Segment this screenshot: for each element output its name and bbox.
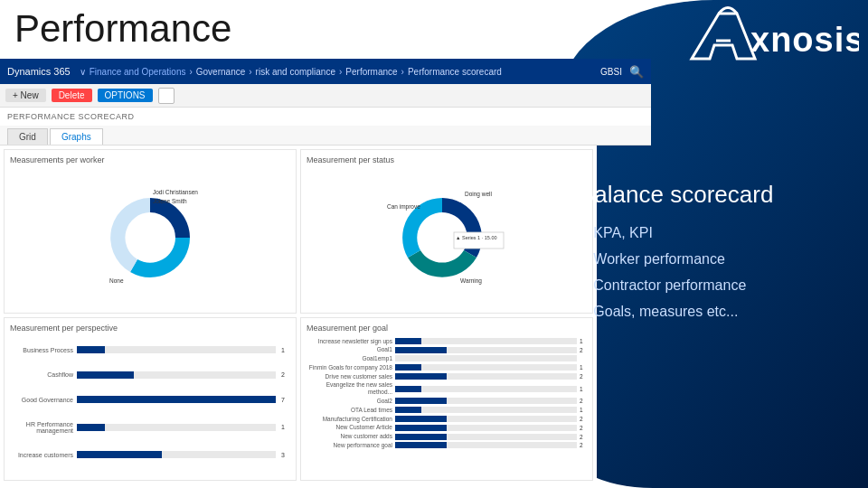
goal-row-0: Increase newsletter sign ups 1 xyxy=(307,338,587,345)
svg-text:Warning: Warning xyxy=(460,277,482,285)
toolbar: + New Delete OPTIONS xyxy=(0,84,651,108)
bar-label-cashflow: Cashflow xyxy=(10,371,73,378)
bar-fill-customers xyxy=(77,451,162,458)
bar-fill-hr xyxy=(77,424,105,431)
goal-row-7: OTA Lead times 1 xyxy=(307,407,587,414)
svg-point-3 xyxy=(130,218,170,258)
goal-row-4: Drive new customer sales 2 xyxy=(307,373,587,380)
bar-track-governance xyxy=(77,396,276,403)
chart-per-status: Measurement per status Doing well Can im… xyxy=(300,149,593,314)
nav-user: GBSI xyxy=(600,67,622,77)
svg-text:▲ Series 1 · 15.00: ▲ Series 1 · 15.00 xyxy=(456,235,497,240)
bar-label-customers: Increase customers xyxy=(10,452,73,458)
bar-fill-governance xyxy=(77,396,276,403)
new-button[interactable]: + New xyxy=(5,89,46,102)
chart-per-worker-title: Measurements per worker xyxy=(10,155,290,164)
svg-text:xnosis: xnosis xyxy=(750,21,859,59)
bullet-kpa: KPA, KPI xyxy=(579,223,850,242)
page-header: PERFORMANCE SCORECARD xyxy=(0,108,651,126)
bar-value-hr: 1 xyxy=(281,424,290,430)
svg-text:Doing well: Doing well xyxy=(465,191,493,198)
bar-fill-cashflow xyxy=(77,371,134,379)
page-title: Performance xyxy=(0,0,246,58)
tabs-bar: Grid Graphs xyxy=(0,126,651,145)
delete-button[interactable]: Delete xyxy=(52,89,92,102)
charts-area: Measurements per worker Jodi Christianse… xyxy=(0,145,597,484)
nav-brand: Dynamics 365 xyxy=(7,66,71,77)
goal-row-10: New customer adds 2 xyxy=(307,433,587,440)
goal-row-9: New Customer Article 2 xyxy=(307,424,587,431)
chart-per-goal: Measurement per goal Increase newsletter… xyxy=(300,317,593,482)
axnosis-logo: xnosis xyxy=(678,5,859,77)
goal-row-5: Evangelize the new sales method... 1 xyxy=(307,381,587,396)
bar-value-cashflow: 2 xyxy=(281,371,290,378)
donut-status-svg: Doing well Can improve Warning ▲ Series … xyxy=(383,185,510,285)
bar-fill-business xyxy=(77,346,105,353)
svg-marker-0 xyxy=(692,14,755,59)
chart-per-perspective: Measurement per perspective Business Pro… xyxy=(4,317,297,482)
options-button[interactable]: OPTIONS xyxy=(98,89,153,102)
nav-bar: Dynamics 365 ∨ Finance and Operations › … xyxy=(0,59,651,84)
bar-value-business: 1 xyxy=(281,347,290,353)
chart-per-perspective-title: Measurement per perspective xyxy=(10,324,290,333)
nav-performance[interactable]: Performance xyxy=(345,67,397,77)
scorecard-bullets: KPA, KPI Worker performance Contractor p… xyxy=(579,223,850,321)
toolbar-search[interactable] xyxy=(158,88,175,104)
bar-track-business xyxy=(77,346,276,353)
goal-row-1: Goal1 2 xyxy=(307,346,587,353)
tab-graphs[interactable]: Graphs xyxy=(50,128,103,145)
nav-scorecard[interactable]: Performance scorecard xyxy=(408,67,502,77)
donut-per-worker: Jodi Christiansen Jolene Smith None xyxy=(10,168,290,302)
goal-row-8: Manufacturing Certification 2 xyxy=(307,416,587,423)
tab-grid[interactable]: Grid xyxy=(7,128,48,145)
donut-worker-svg: Jodi Christiansen Jolene Smith None xyxy=(91,185,209,285)
bar-label-governance: Good Governance xyxy=(10,397,73,403)
bar-label-business: Business Process xyxy=(10,347,73,353)
goal-row-11: New performance goal 2 xyxy=(307,442,587,449)
bar-track-customers xyxy=(77,451,276,458)
bar-row-customers: Increase customers 3 xyxy=(10,451,290,458)
goal-row-2: Goal1emp1 xyxy=(307,355,587,362)
bar-track-hr xyxy=(77,424,276,431)
donut-per-status: Doing well Can improve Warning ▲ Series … xyxy=(307,168,587,302)
goal-row-3: Finmin Goals for company 2018 1 xyxy=(307,364,587,371)
bar-chart-perspective: Business Process 1 Cashflow 2 Good Gover… xyxy=(10,336,290,470)
bar-row-business: Business Process 1 xyxy=(10,346,290,353)
bar-row-cashflow: Cashflow 2 xyxy=(10,371,290,379)
goal-row-6: Goal2 2 xyxy=(307,398,587,405)
nav-risk[interactable]: risk and compliance xyxy=(256,67,335,77)
bar-value-governance: 7 xyxy=(281,397,290,403)
bullet-worker: Worker performance xyxy=(579,249,850,268)
logo-area: xnosis xyxy=(678,5,859,77)
bar-label-hr: HR Performance management xyxy=(10,421,73,434)
nav-governance[interactable]: Governance xyxy=(196,67,245,77)
nav-finance[interactable]: Finance and Operations xyxy=(90,67,186,77)
chart-per-goal-title: Measurement per goal xyxy=(307,324,587,333)
svg-text:Jodi Christiansen: Jodi Christiansen xyxy=(153,189,198,195)
bar-row-governance: Good Governance 7 xyxy=(10,396,290,403)
svg-text:None: None xyxy=(109,277,124,284)
balance-scorecard-title: Balance scorecard xyxy=(579,181,850,209)
balance-scorecard-panel: Balance scorecard KPA, KPI Worker perfor… xyxy=(579,181,850,328)
chart-per-status-title: Measurement per status xyxy=(307,155,587,164)
nav-search-icon[interactable]: 🔍 xyxy=(629,65,644,79)
chart-per-worker: Measurements per worker Jodi Christianse… xyxy=(4,149,297,314)
page-section-label: PERFORMANCE SCORECARD xyxy=(7,112,135,121)
bullet-contractor: Contractor performance xyxy=(579,276,850,295)
bar-value-customers: 3 xyxy=(281,452,290,458)
bar-row-hr: HR Performance management 1 xyxy=(10,421,290,434)
bar-track-cashflow xyxy=(77,371,276,379)
bullet-goals: Goals, measures etc... xyxy=(579,302,850,321)
svg-text:Jolene Smith: Jolene Smith xyxy=(153,198,187,204)
svg-text:Can improve: Can improve xyxy=(387,203,420,211)
bar-chart-goal: Increase newsletter sign ups 1 Goal1 2 G… xyxy=(307,336,587,453)
